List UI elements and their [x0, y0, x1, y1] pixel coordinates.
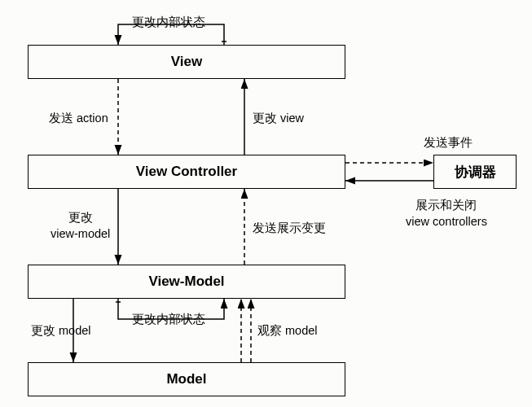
- model-box-label: Model: [166, 371, 206, 387]
- view-model-box: View-Model: [28, 265, 345, 299]
- coordinator-box-label: 协调器: [455, 163, 496, 182]
- label-vm-self: 更改内部状态: [132, 312, 205, 328]
- view-model-box-label: View-Model: [148, 274, 224, 290]
- label-send-event: 发送事件: [424, 135, 473, 151]
- label-show-close: 展示和关闭 view controllers: [406, 198, 487, 230]
- label-change-view: 更改 view: [253, 111, 304, 127]
- model-box: Model: [28, 362, 345, 396]
- label-view-self: 更改内部状态: [132, 15, 205, 31]
- label-send-display-change: 发送展示变更: [253, 221, 326, 237]
- view-box-label: View: [171, 54, 202, 70]
- label-observe-model: 观察 model: [257, 323, 318, 339]
- view-controller-box-label: View Controller: [136, 164, 237, 180]
- view-controller-box: View Controller: [28, 155, 345, 189]
- label-change-viewmodel: 更改 view-model: [51, 210, 110, 242]
- view-box: View: [28, 45, 345, 79]
- label-change-model: 更改 model: [31, 323, 91, 339]
- coordinator-box: 协调器: [433, 155, 517, 189]
- label-send-action: 发送 action: [49, 111, 108, 127]
